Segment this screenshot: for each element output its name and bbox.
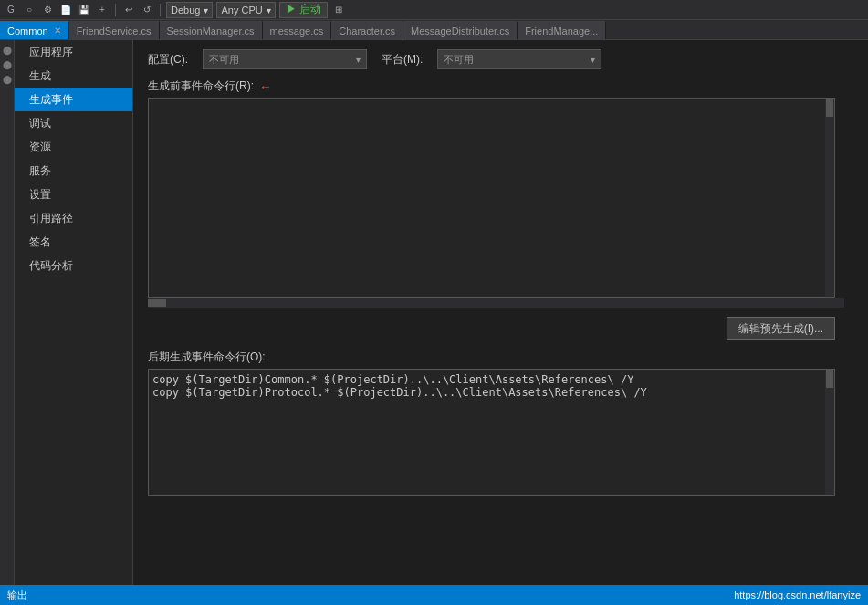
sidebar-item-code-analysis[interactable]: 代码分析 — [15, 254, 132, 277]
sidebar-item-build-event[interactable]: 生成事件 — [15, 88, 132, 111]
prebuild-label: 生成前事件命令行(R): ← — [148, 78, 853, 94]
tab-messagedistributer-label: MessageDistributer.cs — [411, 26, 509, 37]
left-strip: ⬤ ⬤ ⬤ — [0, 40, 15, 585]
prebuild-scrollbar-h[interactable] — [148, 298, 844, 308]
postbuild-scrollbar-v[interactable] — [825, 370, 834, 495]
main-area: ⬤ ⬤ ⬤ 应用程序 生成 生成事件 调试 资源 服务 设置 引用路径 签名 — [0, 40, 868, 585]
settings-icon[interactable]: ⚙ — [40, 3, 55, 17]
config-label: 配置(C): — [148, 52, 188, 68]
sidebar-item-settings[interactable]: 设置 — [15, 183, 132, 206]
postbuild-container — [148, 369, 844, 496]
run-button[interactable]: ▶ 启动 — [279, 2, 328, 18]
content-panel: 配置(C): 不可用 平台(M): 不可用 生成前事件命令行(R): ← — [133, 40, 868, 585]
prebuild-section: 生成前事件命令行(R): ← — [148, 78, 853, 308]
config-chevron-icon — [356, 54, 361, 65]
tab-character-label: Character.cs — [339, 26, 395, 37]
tab-character[interactable]: Character.cs — [331, 21, 403, 39]
tab-friendmanage-label: FriendManage... — [525, 26, 598, 37]
tab-message[interactable]: message.cs — [263, 21, 332, 39]
tab-message-label: message.cs — [270, 26, 324, 37]
edit-btn-row: 编辑预先生成(I)... — [148, 317, 844, 340]
prebuild-scrollbar-v[interactable] — [825, 99, 834, 297]
sidebar-item-signing[interactable]: 签名 — [15, 230, 132, 254]
undo-icon[interactable]: ↩ — [121, 3, 136, 17]
sidebar-item-services[interactable]: 服务 — [15, 159, 132, 183]
statusbar-left: 输出 — [7, 589, 27, 602]
config-row: 配置(C): 不可用 平台(M): 不可用 — [148, 49, 853, 69]
statusbar: 输出 https://blog.csdn.net/lfanyize — [0, 585, 868, 605]
tab-common-label: Common — [7, 26, 48, 37]
config-dropdown[interactable]: 不可用 — [203, 49, 367, 69]
tab-friendservice-label: FriendService.cs — [77, 26, 152, 37]
sidebar-item-ref-paths[interactable]: 引用路径 — [15, 206, 132, 230]
prebuild-area — [148, 98, 835, 298]
debug-dropdown[interactable]: Debug — [166, 2, 213, 18]
circle-icon[interactable]: ○ — [22, 3, 37, 17]
save-icon[interactable]: 💾 — [77, 3, 91, 17]
postbuild-section: 后期生成事件命令行(O): — [148, 349, 853, 496]
sidebar-item-debug[interactable]: 调试 — [15, 111, 132, 135]
tab-common-close[interactable]: ✕ — [54, 26, 61, 36]
sidebar-item-build[interactable]: 生成 — [15, 64, 132, 88]
postbuild-textarea[interactable] — [149, 370, 834, 495]
prebuild-scrollbar-h-thumb — [148, 299, 166, 307]
sidebar: 应用程序 生成 生成事件 调试 资源 服务 设置 引用路径 签名 代码分析 — [15, 40, 133, 585]
redo-icon[interactable]: ↺ — [140, 3, 154, 17]
tab-friendmanage[interactable]: FriendManage... — [518, 21, 606, 39]
debug-chevron-icon — [204, 5, 208, 16]
prebuild-scrollbar-thumb — [826, 99, 833, 117]
anycpu-chevron-icon — [267, 5, 271, 16]
prebuild-textarea[interactable] — [149, 99, 834, 297]
strip-icon-3: ⬤ — [1, 73, 14, 86]
prebuild-container — [148, 98, 844, 308]
strip-icon-1: ⬤ — [1, 44, 14, 57]
postbuild-area — [148, 369, 835, 496]
sidebar-item-app[interactable]: 应用程序 — [15, 40, 132, 64]
sep2 — [160, 4, 161, 16]
plus-icon[interactable]: + — [95, 3, 110, 17]
anycpu-dropdown[interactable]: Any CPU — [216, 2, 275, 18]
tab-messagedistributer[interactable]: MessageDistributer.cs — [403, 21, 518, 39]
statusbar-right: https://blog.csdn.net/lfanyize — [734, 589, 861, 600]
edit-prebuild-button[interactable]: 编辑预先生成(I)... — [727, 317, 835, 340]
postbuild-label: 后期生成事件命令行(O): — [148, 349, 853, 365]
statusbar-url: https://blog.csdn.net/lfanyize — [734, 589, 861, 600]
tab-sessionmanager[interactable]: SessionManager.cs — [160, 21, 263, 39]
toolbar: G ○ ⚙ 📄 💾 + ↩ ↺ Debug Any CPU ▶ 启动 ⊞ — [0, 0, 868, 20]
statusbar-output-label: 输出 — [7, 589, 27, 602]
file-icon[interactable]: 📄 — [58, 3, 73, 17]
tab-friendservice[interactable]: FriendService.cs — [69, 21, 160, 39]
grid-icon[interactable]: ⊞ — [331, 3, 346, 17]
postbuild-scrollbar-thumb — [826, 370, 833, 388]
tab-common[interactable]: Common ✕ — [0, 21, 69, 39]
platform-label: 平台(M): — [382, 52, 423, 68]
tab-bar: Common ✕ FriendService.cs SessionManager… — [0, 20, 868, 40]
platform-chevron-icon — [591, 54, 595, 65]
strip-icon-2: ⬤ — [1, 58, 14, 71]
sidebar-item-resources[interactable]: 资源 — [15, 135, 132, 159]
sep1 — [115, 4, 116, 16]
arrow-icon: ← — [259, 79, 272, 94]
go-icon[interactable]: G — [4, 3, 18, 17]
platform-dropdown[interactable]: 不可用 — [437, 49, 601, 69]
tab-sessionmanager-label: SessionManager.cs — [167, 26, 255, 37]
